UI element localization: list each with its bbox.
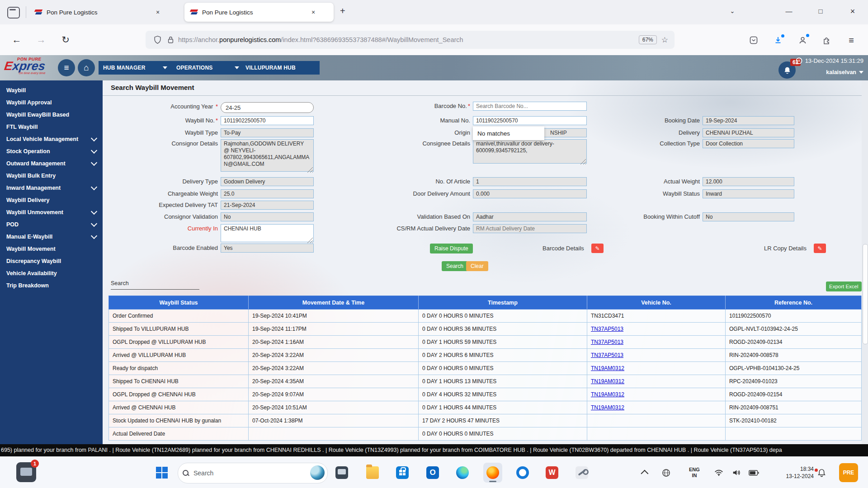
tray-show-hidden-icons[interactable] <box>643 457 648 488</box>
lr-copy-edit-button[interactable]: ✎ <box>814 244 826 253</box>
tab-close-icon[interactable]: × <box>156 9 160 16</box>
sidebar-item-inward-management[interactable]: Inward Management <box>0 182 103 194</box>
field-delivery-type: Delivery Type <box>109 177 314 186</box>
reload-button[interactable]: ↻ <box>58 33 73 47</box>
sidebar-item-label: Waybill EwayBill Based <box>6 112 69 118</box>
sidebar-item-stock-operation[interactable]: Stock Operation <box>0 145 103 157</box>
start-button[interactable] <box>156 467 168 479</box>
tray-battery[interactable] <box>749 457 759 488</box>
cell-reference-no: RPC-202409-01023 <box>726 375 862 388</box>
tray-clock[interactable]: 18:3413-12-2024 <box>774 457 814 488</box>
scrollbar-thumb[interactable] <box>863 244 868 344</box>
department-select[interactable]: OPERATIONS <box>172 61 244 75</box>
vehicle-link[interactable]: TN19AM0312 <box>591 365 624 371</box>
role-select[interactable]: HUB MANAGER <box>99 61 172 75</box>
downloads-icon[interactable] <box>771 33 785 47</box>
taskbar-app-window[interactable] <box>332 463 351 483</box>
shield-icon[interactable] <box>154 36 161 44</box>
ponpure-favicon <box>35 9 42 16</box>
tray-notifications[interactable] <box>817 457 826 488</box>
browser-scrollbar[interactable] <box>862 80 868 456</box>
consignor-validation-input <box>221 212 314 221</box>
vehicle-link[interactable]: TN37AP5013 <box>591 326 623 332</box>
tray-volume[interactable] <box>732 457 741 488</box>
sidebar-item-waybill-approval[interactable]: Waybill Approval <box>0 96 103 108</box>
taskbar-snip-tool[interactable] <box>572 463 591 483</box>
account-icon[interactable] <box>796 33 809 47</box>
search-button[interactable]: Search <box>442 261 468 271</box>
sidebar-item-trip-breakdown[interactable]: Trip Breakdown <box>0 279 103 291</box>
taskbar-file-explorer[interactable] <box>363 463 382 483</box>
edit-icon: ✎ <box>595 245 599 252</box>
cell-timestamp: 0 DAY 0 HOURS 0 MINUTES <box>419 362 587 375</box>
pinned-app-badge: 1 <box>31 460 39 468</box>
tab-close-icon[interactable]: × <box>311 9 315 16</box>
vehicle-link[interactable]: TN19AM0312 <box>591 404 624 411</box>
sidebar-item-discrepancy-waybill[interactable]: Discrepancy Waybill <box>0 255 103 267</box>
extensions-icon[interactable] <box>820 33 834 47</box>
search-highlight-image[interactable] <box>310 465 325 480</box>
tray-wifi[interactable] <box>714 457 723 488</box>
tab-pon-pure-2-active[interactable]: Pon Pure Logistics × <box>184 3 334 22</box>
hub-select[interactable]: VILLUPURAM HUB <box>241 61 320 75</box>
zoom-level-badge[interactable]: 67% <box>639 35 657 44</box>
table-column-header: Reference No. <box>726 296 862 310</box>
sidebar-item-manual-e-waybill[interactable]: Manual E-Waybill <box>0 230 103 243</box>
tray-globe[interactable] <box>662 457 670 488</box>
lock-icon[interactable] <box>168 36 174 43</box>
currently-in-textarea[interactable]: CHENNAI HUB <box>221 224 314 242</box>
taskbar-wps[interactable]: W <box>542 463 561 483</box>
home-button[interactable]: ⌂ <box>78 59 95 76</box>
sidebar-item-label: Waybill Movement <box>6 246 56 252</box>
clear-button[interactable]: Clear <box>466 261 488 271</box>
field-label: Actual Weight <box>590 177 700 186</box>
vehicle-link[interactable]: TN37AP5013 <box>591 339 623 345</box>
sidebar-item-waybill-unmovement[interactable]: Waybill Unmovement <box>0 206 103 218</box>
accounting-year-select[interactable] <box>221 102 314 113</box>
firefox-view-icon[interactable] <box>7 7 20 19</box>
sidebar-item-pod[interactable]: POD <box>0 218 103 230</box>
taskbar-browser-blue[interactable] <box>513 463 532 483</box>
sidebar-item-waybill-movement[interactable]: Waybill Movement <box>0 243 103 255</box>
taskbar-firefox-active[interactable] <box>483 463 502 483</box>
back-button[interactable]: ← <box>9 33 24 47</box>
vehicle-link[interactable]: TN19AM0312 <box>591 391 624 398</box>
taskbar-outlook[interactable]: O <box>423 463 442 483</box>
window-maximize-button[interactable]: □ <box>811 4 830 19</box>
table-column-header: Movement Date & Time <box>249 296 419 310</box>
new-tab-button[interactable]: + <box>340 6 345 16</box>
app-menu-icon[interactable]: ≡ <box>844 33 858 47</box>
table-row: OGPL Dropped @ VILLUPURAM HUB20-Sep-2024… <box>109 336 862 349</box>
export-excel-button[interactable]: Export Excel <box>826 282 862 291</box>
manual-no-input[interactable] <box>473 116 587 125</box>
waybill-no-input[interactable] <box>221 116 314 125</box>
sidebar-item-waybill[interactable]: Waybill <box>0 84 103 96</box>
sidebar-item-waybill-ewaybill-based[interactable]: Waybill EwayBill Based <box>0 108 103 121</box>
tab-pon-pure-1[interactable]: Pon Pure Logistics × <box>29 0 178 24</box>
list-tabs-chevron-icon[interactable]: ⌄ <box>723 4 741 19</box>
window-close-button[interactable]: × <box>844 4 862 19</box>
sidebar-item-vehicle-availability[interactable]: Vehicle Availability <box>0 267 103 279</box>
barcode-no-input[interactable] <box>473 102 587 111</box>
url-bar[interactable]: https://anchor.ponpurelogistics.com/inde… <box>146 31 675 49</box>
sidebar-item-outward-management[interactable]: Outward Management <box>0 157 103 169</box>
vehicle-link[interactable]: TN19AM0312 <box>591 378 624 385</box>
barcode-details-edit-button[interactable]: ✎ <box>591 244 604 253</box>
menu-toggle-button[interactable]: ≡ <box>58 59 75 76</box>
bookmark-star-icon[interactable]: ☆ <box>661 35 668 45</box>
sidebar-item-local-vehicle-management[interactable]: Local Vehicle Management <box>0 133 103 145</box>
pocket-icon[interactable] <box>747 33 760 47</box>
field-label: Barcode No.* <box>357 102 470 111</box>
vehicle-link[interactable]: TN37AP5013 <box>591 352 623 358</box>
user-menu[interactable]: kalaiselvan <box>826 69 863 75</box>
sidebar-item-waybill-delivery[interactable]: Waybill Delivery <box>0 194 103 206</box>
raise-dispute-button[interactable]: Raise Dispute <box>430 244 473 253</box>
taskbar-search[interactable]: Search <box>178 463 328 483</box>
taskbar-edge[interactable] <box>453 463 472 483</box>
sidebar-item-waybill-bulk-entry[interactable]: Waybill Bulk Entry <box>0 169 103 182</box>
taskbar-ms-store[interactable] <box>393 463 412 483</box>
tray-language-indicator[interactable]: ENGIN <box>689 457 700 488</box>
sidebar-item-ftl-waybill[interactable]: FTL Waybill <box>0 121 103 133</box>
window-minimize-button[interactable]: — <box>780 4 798 19</box>
url-text[interactable]: https://anchor.ponpurelogistics.com/inde… <box>178 36 639 43</box>
